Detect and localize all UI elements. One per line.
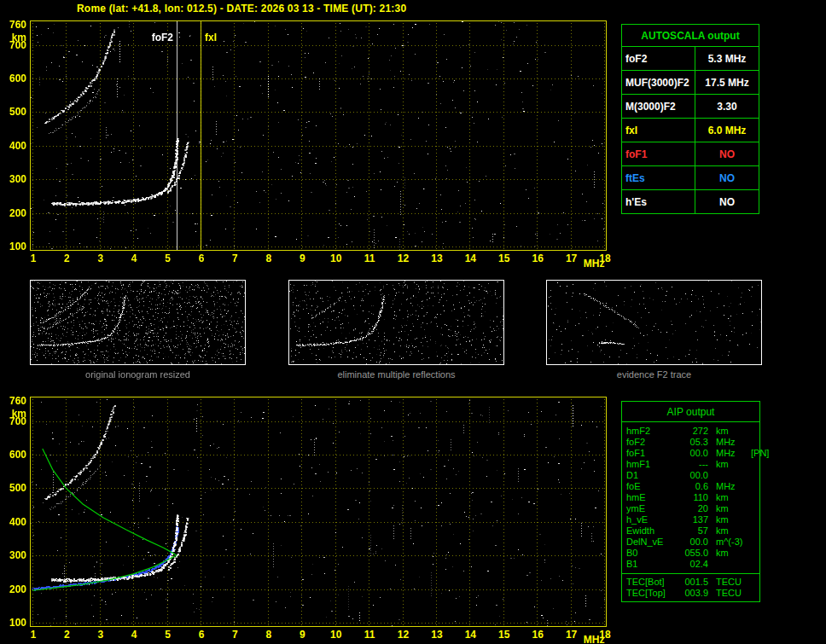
parameter-extra bbox=[751, 537, 759, 548]
parameter-unit: TECU bbox=[708, 577, 751, 588]
thumbnail-caption: original ionogram resized bbox=[31, 369, 245, 380]
parameter-label: B1 bbox=[626, 559, 678, 570]
parameter-label: M(3000)F2 bbox=[622, 95, 695, 118]
parameter-value: 055.0 bbox=[678, 548, 708, 559]
x-axis-tick-label: 7 bbox=[225, 252, 244, 264]
x-axis-tick-label: 3 bbox=[91, 252, 110, 264]
x-axis-tick-label: 8 bbox=[259, 629, 278, 641]
x-axis-tick-label: 7 bbox=[225, 629, 244, 641]
parameter-label: foF2 bbox=[622, 47, 695, 70]
y-axis-tick-label: 100 bbox=[1, 618, 26, 628]
thumbnail-original-canvas bbox=[31, 281, 245, 364]
parameter-extra bbox=[751, 525, 759, 537]
aip-row-fof1: foF100.0MHz[PN] bbox=[622, 448, 759, 459]
x-axis-tick-label: 6 bbox=[192, 252, 211, 264]
aip-row-hmf2: hmF2272km bbox=[622, 426, 759, 437]
parameter-extra bbox=[751, 514, 759, 525]
parameter-label: D1 bbox=[626, 470, 678, 481]
x-axis-tick-label: 13 bbox=[428, 252, 446, 264]
parameter-label: h'Es bbox=[622, 190, 695, 213]
autoscala-row-fof2: foF25.3 MHz bbox=[622, 47, 759, 71]
x-axis-tick-label: 1 bbox=[24, 252, 43, 264]
thumbnail-f2-evidence: evidence F2 trace bbox=[546, 280, 762, 365]
autoscala-row-ftes: ftEsNO bbox=[622, 166, 759, 190]
parameter-label: TEC[Bot] bbox=[626, 577, 678, 588]
parameter-value: 001.5 bbox=[678, 577, 708, 588]
parameter-label: B0 bbox=[626, 548, 678, 559]
x-axis-tick-label: 4 bbox=[125, 252, 143, 264]
ionogram-plot-bottom: 760700600500400300200100km12345678910111… bbox=[30, 397, 607, 627]
parameter-extra bbox=[751, 470, 759, 481]
parameter-value: 57 bbox=[678, 525, 708, 537]
marker-label-fxi: fxI bbox=[205, 32, 217, 44]
parameter-extra bbox=[751, 492, 759, 503]
parameter-label: TEC[Top] bbox=[626, 588, 678, 599]
parameter-value: 003.9 bbox=[678, 588, 708, 599]
parameter-value: NO bbox=[695, 166, 759, 189]
x-axis-tick-label: 12 bbox=[394, 252, 413, 264]
x-axis-tick-label: 11 bbox=[360, 629, 379, 641]
autoscala-row-fof1: foF1NO bbox=[622, 142, 759, 166]
parameter-value: 00.0 bbox=[678, 470, 708, 481]
x-axis-tick-label: 11 bbox=[360, 252, 379, 264]
parameter-label: h_vE bbox=[626, 514, 678, 525]
aip-row-d1: D100.0 bbox=[622, 470, 759, 481]
parameter-unit: km bbox=[708, 548, 751, 559]
x-axis-tick-label: 14 bbox=[461, 252, 480, 264]
parameter-value: 110 bbox=[678, 492, 708, 503]
parameter-unit: MHz bbox=[708, 437, 751, 448]
y-axis-tick-label: 100 bbox=[1, 241, 26, 252]
aip-row-tectop: TEC[Top]003.9TECU bbox=[622, 588, 759, 599]
thumbnail-f2-canvas bbox=[547, 281, 761, 364]
aip-tec-rows: TEC[Bot]001.5TECUTEC[Top]003.9TECU bbox=[622, 573, 759, 599]
aip-row-b0: B0055.0km bbox=[622, 548, 759, 559]
autoscala-row-hes: h'EsNO bbox=[622, 190, 759, 213]
parameter-extra bbox=[751, 577, 759, 588]
y-axis-tick-label: 300 bbox=[1, 174, 26, 184]
parameter-unit bbox=[708, 470, 751, 481]
parameter-label: Ewidth bbox=[626, 525, 678, 537]
aip-row-b1: B102.4 bbox=[622, 559, 759, 570]
parameter-label: ymE bbox=[626, 503, 678, 514]
ionogram-plot-top: foF2fxI760700600500400300200100km1234567… bbox=[30, 20, 607, 251]
x-axis-tick-label: 5 bbox=[159, 629, 177, 641]
x-axis-unit-label: MHz bbox=[579, 258, 609, 270]
y-axis-tick-label: 760 bbox=[1, 396, 26, 406]
aip-row-hme: hmE110km bbox=[622, 492, 759, 503]
x-axis-tick-label: 5 bbox=[159, 252, 177, 264]
parameter-unit: TECU bbox=[708, 588, 751, 599]
page-title: Rome (lat: +41.8, lon: 012.5) - DATE: 20… bbox=[77, 3, 406, 15]
aip-row-tecbot: TEC[Bot]001.5TECU bbox=[622, 577, 759, 588]
parameter-extra bbox=[751, 588, 759, 599]
x-axis-tick-label: 16 bbox=[528, 252, 547, 264]
y-axis-tick-label: 760 bbox=[1, 20, 26, 30]
parameter-unit: km bbox=[708, 503, 751, 514]
x-axis-tick-label: 15 bbox=[495, 629, 514, 641]
aip-row-foe: foE0.6MHz bbox=[622, 481, 759, 492]
parameter-extra bbox=[751, 548, 759, 559]
y-axis-unit-label: km bbox=[1, 409, 26, 419]
parameter-extra bbox=[751, 481, 759, 492]
parameter-label: foF1 bbox=[626, 448, 678, 459]
x-axis-tick-label: 6 bbox=[192, 629, 211, 641]
autoscala-table-title: AUTOSCALA output bbox=[622, 25, 759, 47]
parameter-extra bbox=[751, 503, 759, 514]
y-axis-tick-label: 400 bbox=[1, 517, 26, 527]
parameter-unit: m^(-3) bbox=[708, 537, 751, 548]
parameter-extra bbox=[751, 426, 759, 437]
thumbnail-multiples-canvas bbox=[289, 281, 503, 364]
parameter-label: ftEs bbox=[622, 166, 695, 189]
y-axis-tick-label: 400 bbox=[1, 141, 26, 151]
autoscala-row-fxi: fxI6.0 MHz bbox=[622, 119, 759, 142]
y-axis-tick-label: 200 bbox=[1, 584, 26, 595]
parameter-value: 6.0 MHz bbox=[695, 119, 759, 142]
parameter-value: NO bbox=[695, 190, 759, 213]
y-axis-tick-label: 600 bbox=[1, 73, 26, 84]
autoscala-row-muf3000f2: MUF(3000)F217.5 MHz bbox=[622, 71, 759, 95]
parameter-value: 02.4 bbox=[678, 559, 708, 570]
x-axis-unit-label: MHz bbox=[579, 634, 609, 644]
aip-table-rows: hmF2272kmfoF205.3MHzfoF100.0MHz[PN]hmF1-… bbox=[622, 426, 759, 570]
parameter-label: hmF2 bbox=[626, 426, 678, 437]
parameter-unit: km bbox=[708, 514, 751, 525]
aip-table-title: AIP output bbox=[622, 402, 759, 422]
